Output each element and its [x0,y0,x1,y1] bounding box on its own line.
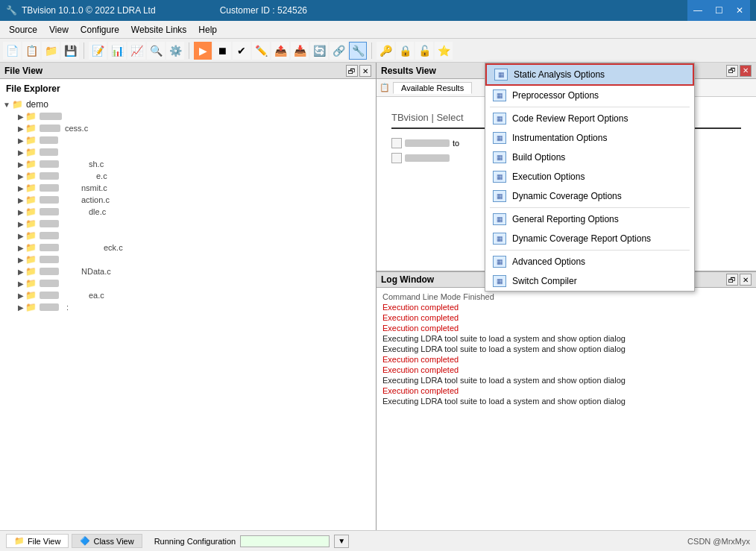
menu-item-dynamic-coverage-report[interactable]: ▦ Dynamic Coverage Report Options [485,229,694,248]
close-button[interactable]: ✕ [729,0,750,21]
results-view-restore-btn[interactable]: 🗗 [726,65,738,77]
log-close-btn[interactable]: ✕ [740,274,752,286]
toolbar-btn-2[interactable]: 📋 [22,42,40,60]
tree-file-label: e.c [96,171,107,180]
menu-item-label: Advanced Options [512,256,585,267]
toolbar-btn-4[interactable]: 💾 [61,42,79,60]
tab-available-results[interactable]: Available Results [393,82,472,94]
tree-root[interactable]: ▼ 📁 demo [3,98,373,110]
list-item[interactable]: ▶ 📁 eck.c [3,242,373,254]
toolbar-btn-3[interactable]: 📁 [42,42,60,60]
status-tab-class-view[interactable]: 🔷 Class View [72,534,142,548]
list-item[interactable]: ▶ 📁 e.c [3,170,373,182]
menu-item-preprocessor[interactable]: ▦ Preprocessor Options [485,86,694,105]
tree-arrow: ▶ [18,280,24,288]
log-restore-btn[interactable]: 🗗 [726,274,738,286]
toolbar-btn-11[interactable]: ⏹ [213,42,231,60]
toolbar-btn-15[interactable]: 📥 [291,42,309,60]
menu-item-advanced[interactable]: ▦ Advanced Options [485,252,694,271]
tree-label-blurred [40,256,59,263]
running-config-btn[interactable]: ▼ [334,535,349,548]
tree-arrow: ▶ [18,184,24,192]
log-content[interactable]: Command Line Mode Finished Execution com… [377,288,756,530]
tree-arrow: ▶ [18,196,24,204]
toolbar-btn-19[interactable]: 🔑 [377,42,394,60]
menu-item-switch-compiler[interactable]: ▦ Switch Compiler [485,271,694,291]
menu-item-dynamic-coverage[interactable]: ▦ Dynamic Coverage Options [485,186,694,206]
list-item[interactable]: ▶ 📁 [3,110,373,122]
log-entry: Command Line Mode Finished [382,292,750,301]
file-view-restore-btn[interactable]: 🗗 [346,65,358,77]
toolbar-btn-13[interactable]: ✏️ [252,42,270,60]
list-item[interactable]: ▶ 📁 cess.c [3,122,373,134]
results-brand-text: TBvision | Select [391,112,464,123]
list-item[interactable]: ▶ 📁 [3,254,373,265]
toolbar-btn-17[interactable]: 🔗 [330,42,347,60]
toolbar-btn-14[interactable]: 📤 [271,42,289,60]
toolbar-btn-6[interactable]: 📊 [108,42,126,60]
menu-view[interactable]: View [43,23,75,37]
menu-website-links[interactable]: Website Links [125,23,192,37]
list-item[interactable]: ▶ 📁 [3,134,373,146]
tree-file-label: nsmit.c [81,183,107,192]
running-config-input[interactable] [240,535,330,547]
list-item[interactable]: ▶ 📁 sh.c [3,158,373,170]
folder-icon: 📁 [25,278,37,289]
menu-item-icon: ▦ [493,151,506,163]
list-item[interactable]: ▶ 📁 [3,146,373,158]
list-item[interactable]: ▶ 📁 [3,230,373,242]
toolbar-btn-16[interactable]: 🔄 [310,42,328,60]
list-item[interactable]: ▶ 📁 nsmit.c [3,182,373,194]
toolbar-btn-12[interactable]: ✔ [233,42,251,60]
window-controls[interactable]: — ☐ ✕ [687,0,750,21]
menu-item-label: Preprocessor Options [512,90,599,101]
menu-item-static-analysis[interactable]: ▦ Static Analysis Options [485,63,694,86]
results-view-close-btn[interactable]: ✕ [740,65,752,77]
log-window: Log Window 🗗 ✕ Command Line Mode Finishe… [377,271,756,530]
menu-item-icon: ▦ [493,256,506,268]
menu-item-instrumentation[interactable]: ▦ Instrumentation Options [485,128,694,148]
toolbar-btn-9[interactable]: ⚙️ [166,42,184,60]
toolbar-btn-1[interactable]: 📄 [3,42,21,60]
toolbar-btn-21[interactable]: 🔓 [415,42,433,60]
toolbar-btn-5[interactable]: 📝 [89,42,107,60]
running-config-label: Running Configuration [154,537,236,546]
list-item[interactable]: ▶ 📁 action.c [3,194,373,206]
toolbar-btn-10[interactable]: ▶ [194,42,212,60]
toolbar-btn-22[interactable]: ⭐ [435,42,453,60]
list-item[interactable]: ▶ 📁 : [3,301,373,313]
toolbar-btn-7[interactable]: 📈 [127,42,145,60]
menu-item-label: Dynamic Coverage Report Options [512,233,651,244]
minimize-button[interactable]: — [687,0,708,21]
menu-item-code-review[interactable]: ▦ Code Review Report Options [485,109,694,128]
file-view-close-btn[interactable]: ✕ [359,65,371,77]
app-title: TBvision 10.1.0 © 2022 LDRA Ltd [22,5,156,16]
log-entry: Execution completed [382,355,750,364]
menu-item-execution[interactable]: ▦ Execution Options [485,167,694,186]
menu-item-icon: ▦ [493,275,506,287]
list-item[interactable]: ▶ 📁 dle.c [3,206,373,218]
maximize-button[interactable]: ☐ [708,0,729,21]
tree-file-label: : [66,303,69,312]
file-explorer: File Explorer ▼ 📁 demo ▶ 📁 ▶ 📁 cess.c ▶ [0,79,376,530]
menu-item-build[interactable]: ▦ Build Options [485,148,694,167]
list-item[interactable]: ▶ 📁 [3,218,373,230]
list-item[interactable]: ▶ 📁 ea.c [3,289,373,301]
tree-file-label: ea.c [89,291,104,300]
menu-configure[interactable]: Configure [75,23,125,37]
menu-item-icon: ▦ [493,233,506,245]
toolbar-btn-8[interactable]: 🔍 [147,42,165,60]
folder-icon: 📁 [25,302,37,312]
list-item[interactable]: ▶ 📁 NData.c [3,265,373,277]
menu-source[interactable]: Source [3,23,43,37]
menu-item-label: Static Analysis Options [514,69,605,80]
menu-item-icon: ▦ [493,190,506,202]
status-tab-file-view[interactable]: 📁 File View [6,534,69,548]
list-item[interactable]: ▶ 📁 [3,277,373,289]
menu-item-general-reporting[interactable]: ▦ General Reporting Options [485,210,694,229]
menu-item-label: Dynamic Coverage Options [512,191,622,201]
folder-icon: 📁 [25,147,37,157]
toolbar-btn-18[interactable]: 🔧 [349,42,367,60]
toolbar-btn-20[interactable]: 🔒 [396,42,414,60]
menu-help[interactable]: Help [192,23,223,37]
